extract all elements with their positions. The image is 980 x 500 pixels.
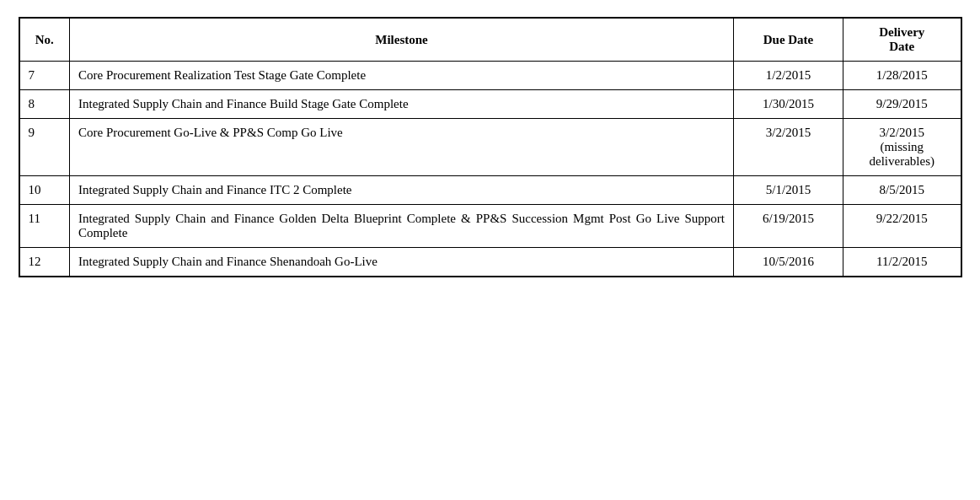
table-row: 11Integrated Supply Chain and Finance Go…	[19, 205, 961, 248]
header-milestone: Milestone	[70, 18, 734, 62]
milestones-table: No. Milestone Due Date DeliveryDate 7Cor…	[19, 17, 962, 277]
table-row: 9Core Procurement Go-Live & PP&S Comp Go…	[19, 119, 961, 176]
table-wrapper: No. Milestone Due Date DeliveryDate 7Cor…	[19, 17, 962, 277]
cell-no: 7	[19, 62, 70, 90]
cell-delivery-date: 1/28/2015	[843, 62, 961, 90]
cell-due-date: 3/2/2015	[734, 119, 843, 176]
table-row: 8Integrated Supply Chain and Finance Bui…	[19, 90, 961, 119]
cell-delivery-date: 9/22/2015	[843, 205, 961, 248]
cell-due-date: 10/5/2016	[734, 248, 843, 277]
cell-no: 11	[19, 205, 70, 248]
cell-due-date: 6/19/2015	[734, 205, 843, 248]
cell-milestone: Integrated Supply Chain and Finance Shen…	[70, 248, 734, 277]
cell-no: 10	[19, 176, 70, 205]
header-delivery-date: DeliveryDate	[843, 18, 961, 62]
cell-due-date: 1/2/2015	[734, 62, 843, 90]
table-header-row: No. Milestone Due Date DeliveryDate	[19, 18, 961, 62]
header-no: No.	[19, 18, 70, 62]
cell-due-date: 1/30/2015	[734, 90, 843, 119]
cell-no: 9	[19, 119, 70, 176]
cell-no: 12	[19, 248, 70, 277]
cell-due-date: 5/1/2015	[734, 176, 843, 205]
cell-milestone: Integrated Supply Chain and Finance ITC …	[70, 176, 734, 205]
cell-milestone: Integrated Supply Chain and Finance Buil…	[70, 90, 734, 119]
cell-delivery-date: 9/29/2015	[843, 90, 961, 119]
cell-milestone: Core Procurement Go-Live & PP&S Comp Go …	[70, 119, 734, 176]
cell-milestone: Integrated Supply Chain and Finance Gold…	[70, 205, 734, 248]
table-row: 12Integrated Supply Chain and Finance Sh…	[19, 248, 961, 277]
cell-milestone: Core Procurement Realization Test Stage …	[70, 62, 734, 90]
header-due-date: Due Date	[734, 18, 843, 62]
cell-no: 8	[19, 90, 70, 119]
cell-delivery-date: 8/5/2015	[843, 176, 961, 205]
table-row: 10Integrated Supply Chain and Finance IT…	[19, 176, 961, 205]
cell-delivery-date: 3/2/2015(missingdeliverables)	[843, 119, 961, 176]
table-row: 7Core Procurement Realization Test Stage…	[19, 62, 961, 90]
cell-delivery-date: 11/2/2015	[843, 248, 961, 277]
